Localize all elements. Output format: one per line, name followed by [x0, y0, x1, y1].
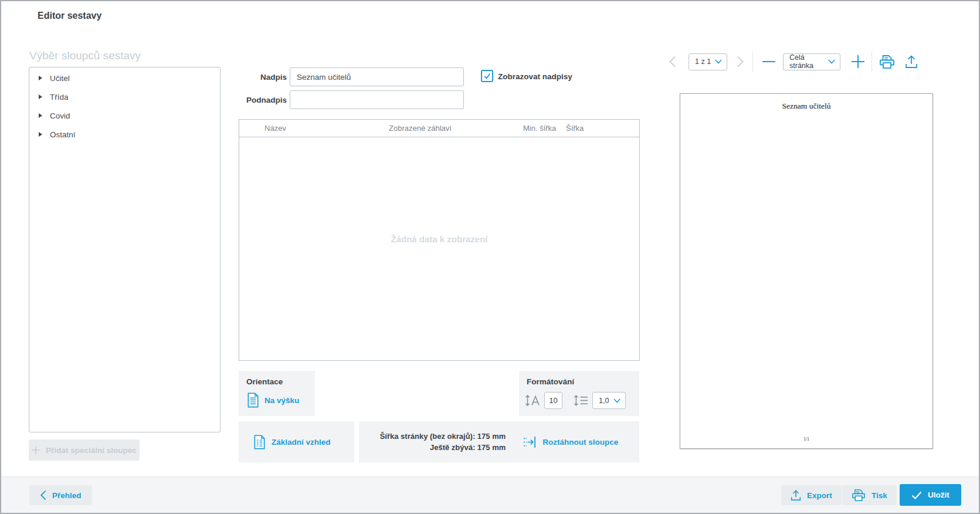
- tree-item-label: Třída: [50, 93, 69, 102]
- chevron-left-icon: [669, 56, 676, 67]
- tree-item-ucitel[interactable]: Učitel: [29, 69, 220, 87]
- minus-icon: [762, 60, 776, 63]
- empty-state-text: Žádná data k zobrazení: [239, 234, 639, 244]
- save-button[interactable]: Uložit: [900, 484, 961, 506]
- line-spacing-value: 1,0: [599, 397, 609, 405]
- column-header: Šířka: [566, 120, 584, 137]
- stretch-columns-button[interactable]: Roztáhnout sloupce: [522, 435, 618, 449]
- base-look-panel: Základní vzhled: [239, 421, 354, 462]
- preview-page-title: Seznam učitelů: [680, 102, 932, 111]
- upload-icon: [791, 489, 801, 501]
- check-icon: [911, 491, 922, 499]
- page-width-panel: Šířka stránky (bez okrajů): 175 mm Ještě…: [359, 421, 639, 462]
- chevron-right-icon: [737, 56, 744, 67]
- printer-icon: [852, 489, 866, 502]
- orientation-panel: Orientace Na výšku: [239, 371, 315, 416]
- chevron-down-icon: [715, 59, 722, 64]
- upload-icon: [905, 55, 918, 69]
- printer-icon: [879, 55, 895, 69]
- column-header: Zobrazené záhlaví: [389, 120, 452, 137]
- zoom-out-button[interactable]: [762, 60, 776, 63]
- export-button-label: Export: [807, 491, 832, 500]
- check-icon: [483, 72, 491, 80]
- orientation-value: Na výšku: [265, 396, 299, 405]
- export-button[interactable]: Export: [781, 485, 842, 505]
- plus-icon: [32, 446, 40, 454]
- tree-item-covid[interactable]: Covid: [29, 106, 220, 125]
- page-select[interactable]: 1 z 1: [689, 53, 727, 70]
- stretch-columns-icon: [522, 435, 537, 449]
- page-width-line1: Šířka stránky (bez okrajů): 175 mm: [380, 431, 506, 442]
- columns-table-header: Název Zobrazené záhlaví Min. šířka Šířka: [239, 120, 639, 137]
- base-look-button[interactable]: Základní vzhled: [253, 435, 331, 449]
- save-button-label: Uložit: [928, 491, 950, 499]
- page-width-line2: Ještě zbývá: 175 mm: [380, 442, 506, 454]
- title-field-label: Nadpis: [239, 73, 287, 82]
- column-picker-heading: Výběr sloupců sestavy: [29, 49, 141, 62]
- chevron-left-icon: [40, 490, 46, 501]
- subtitle-field-label: Podnadpis: [239, 96, 287, 104]
- font-size-icon: [525, 394, 541, 407]
- preview-page: Seznam učitelů 1/1: [680, 93, 933, 449]
- tree-item-label: Ostatní: [50, 130, 76, 139]
- subtitle-input[interactable]: [290, 90, 464, 109]
- line-spacing-select[interactable]: 1,0: [592, 392, 626, 409]
- layout-settings-icon: [253, 435, 266, 449]
- chevron-down-icon: [613, 398, 620, 403]
- tree-item-ostatni[interactable]: Ostatní: [29, 125, 220, 144]
- title-input[interactable]: [290, 67, 464, 86]
- formatting-label: Formátování: [527, 377, 574, 386]
- expand-arrow-icon: [39, 132, 42, 137]
- add-special-column-label: Přidat speciální sloupec: [46, 446, 137, 455]
- zoom-select-value: Celá stránka: [789, 53, 825, 70]
- column-header: Min. šířka: [523, 120, 556, 137]
- footer-bar: Přehled Export Tisk Uložit: [1, 476, 979, 513]
- previous-page-button[interactable]: [669, 56, 676, 67]
- app-frame: Editor sestavy Výběr sloupců sestavy Uči…: [0, 0, 980, 514]
- export-preview-button[interactable]: [905, 55, 918, 69]
- plus-icon: [851, 55, 865, 69]
- toolbar-separator: [872, 51, 872, 72]
- formatting-panel: Formátování 1,0: [519, 371, 639, 416]
- page-select-value: 1 z 1: [695, 58, 711, 66]
- back-button-label: Přehled: [52, 491, 82, 500]
- preview-page-footer: 1/1: [680, 437, 932, 442]
- font-size-input[interactable]: [544, 392, 562, 409]
- next-page-button[interactable]: [737, 56, 744, 67]
- zoom-select[interactable]: Celá stránka: [783, 53, 840, 70]
- tree-item-label: Covid: [50, 111, 70, 120]
- tree-item-trida[interactable]: Třída: [29, 87, 220, 106]
- toolbar-separator: [752, 51, 753, 72]
- portrait-document-icon: [247, 393, 259, 408]
- expand-arrow-icon: [39, 94, 42, 99]
- chevron-down-icon: [828, 59, 835, 64]
- line-spacing-icon: [574, 394, 589, 407]
- columns-table: Název Zobrazené záhlaví Min. šířka Šířka…: [239, 119, 640, 361]
- orientation-button[interactable]: Na výšku: [247, 393, 299, 408]
- base-look-label: Základní vzhled: [272, 438, 331, 447]
- back-button[interactable]: Přehled: [29, 485, 92, 505]
- page-width-info: Šířka stránky (bez okrajů): 175 mm Ještě…: [380, 431, 506, 454]
- print-preview-button[interactable]: [879, 55, 895, 69]
- tree-item-label: Učitel: [50, 74, 70, 83]
- column-header: Název: [265, 120, 286, 137]
- print-button[interactable]: Tisk: [842, 485, 897, 505]
- page-title: Editor sestavy: [38, 11, 101, 21]
- stretch-columns-label: Roztáhnout sloupce: [542, 438, 618, 447]
- zoom-in-button[interactable]: [851, 55, 865, 69]
- orientation-label: Orientace: [246, 377, 283, 386]
- show-headings-label: Zobrazovat nadpisy: [498, 72, 572, 81]
- add-special-column-button[interactable]: Přidat speciální sloupec: [29, 439, 140, 461]
- preview-toolbar: 1 z 1 Celá stránka: [669, 53, 918, 70]
- column-tree: Učitel Třída Covid Ostatní: [29, 67, 221, 432]
- expand-arrow-icon: [39, 113, 42, 118]
- show-headings-checkbox[interactable]: [481, 70, 493, 82]
- print-button-label: Tisk: [872, 491, 887, 500]
- expand-arrow-icon: [39, 76, 42, 80]
